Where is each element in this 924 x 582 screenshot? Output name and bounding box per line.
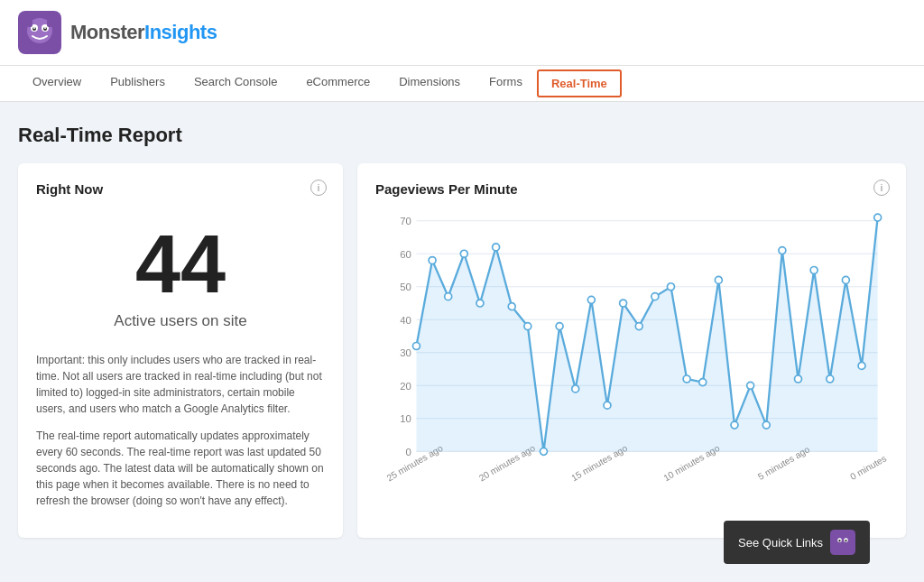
page-title: Real-Time Report bbox=[18, 124, 906, 147]
svg-point-60 bbox=[858, 362, 865, 369]
nav-dimensions[interactable]: Dimensions bbox=[384, 66, 475, 101]
svg-point-8 bbox=[33, 27, 35, 29]
svg-point-33 bbox=[429, 257, 436, 264]
svg-point-54 bbox=[762, 421, 770, 429]
svg-point-66 bbox=[845, 540, 846, 541]
main-content: Real-Time Report Right Now i 44 Active u… bbox=[0, 102, 924, 559]
svg-point-55 bbox=[779, 247, 786, 254]
active-users-number: 44 bbox=[36, 224, 325, 305]
nav-ecommerce[interactable]: eCommerce bbox=[291, 66, 384, 101]
svg-point-48 bbox=[668, 283, 675, 291]
svg-point-34 bbox=[445, 293, 452, 300]
svg-point-57 bbox=[810, 267, 818, 274]
svg-text:0: 0 bbox=[405, 447, 411, 457]
logo-icon bbox=[18, 11, 61, 54]
svg-text:70: 70 bbox=[400, 216, 411, 226]
header: MonsterInsights bbox=[0, 0, 924, 66]
nav-overview[interactable]: Overview bbox=[18, 66, 96, 101]
logo-insights: Insights bbox=[144, 21, 217, 43]
svg-text:60: 60 bbox=[400, 249, 411, 260]
svg-point-52 bbox=[731, 421, 738, 429]
pageviews-chart: 01020304050607025 minutes ago20 minutes … bbox=[375, 200, 888, 489]
logo-area: MonsterInsights bbox=[18, 11, 217, 54]
nav-forms[interactable]: Forms bbox=[475, 66, 537, 101]
right-now-title: Right Now bbox=[36, 181, 325, 197]
svg-point-49 bbox=[683, 375, 690, 383]
svg-point-61 bbox=[874, 214, 882, 221]
info-text-1: Important: this only includes users who … bbox=[36, 352, 325, 417]
svg-point-42 bbox=[572, 385, 579, 393]
svg-point-36 bbox=[476, 300, 484, 307]
navigation: Overview Publishers Search Console eComm… bbox=[0, 66, 924, 102]
svg-point-38 bbox=[508, 303, 515, 310]
quick-links-monster-icon bbox=[830, 530, 855, 555]
svg-point-58 bbox=[827, 375, 834, 383]
svg-text:30: 30 bbox=[400, 347, 411, 358]
svg-point-32 bbox=[412, 342, 420, 349]
svg-text:10: 10 bbox=[400, 413, 411, 424]
svg-rect-6 bbox=[27, 20, 32, 27]
svg-point-50 bbox=[699, 379, 707, 386]
svg-point-37 bbox=[493, 244, 500, 251]
svg-point-9 bbox=[44, 27, 46, 29]
logo-monster: Monster bbox=[70, 21, 144, 43]
active-users-label: Active users on site bbox=[36, 312, 325, 330]
quick-links-label: See Quick Links bbox=[738, 536, 823, 550]
svg-point-56 bbox=[795, 375, 802, 383]
pageviews-card: Pageviews Per Minute i 01020304050607025… bbox=[357, 163, 906, 538]
svg-rect-62 bbox=[830, 530, 855, 555]
svg-point-45 bbox=[620, 300, 627, 307]
svg-point-47 bbox=[651, 293, 659, 300]
cards-row: Right Now i 44 Active users on site Impo… bbox=[18, 163, 906, 538]
svg-text:20: 20 bbox=[400, 381, 411, 392]
quick-links-button[interactable]: See Quick Links bbox=[724, 521, 870, 559]
nav-search-console[interactable]: Search Console bbox=[180, 66, 292, 101]
nav-real-time[interactable]: Real-Time bbox=[537, 69, 622, 97]
svg-point-65 bbox=[838, 540, 840, 541]
right-now-info-icon[interactable]: i bbox=[310, 180, 327, 196]
svg-text:40: 40 bbox=[400, 315, 411, 326]
nav-publishers[interactable]: Publishers bbox=[96, 66, 180, 101]
svg-point-40 bbox=[540, 448, 547, 455]
svg-point-46 bbox=[635, 323, 642, 330]
svg-point-39 bbox=[524, 323, 531, 330]
right-now-card: Right Now i 44 Active users on site Impo… bbox=[18, 163, 343, 538]
chart-svg: 01020304050607025 minutes ago20 minutes … bbox=[375, 200, 888, 508]
svg-point-53 bbox=[747, 382, 754, 389]
info-text-2: The real-time report automatically updat… bbox=[36, 428, 325, 509]
svg-point-59 bbox=[842, 276, 849, 283]
svg-point-41 bbox=[556, 323, 563, 330]
logo-text: MonsterInsights bbox=[70, 21, 217, 44]
svg-point-51 bbox=[715, 276, 722, 283]
svg-point-44 bbox=[604, 402, 611, 409]
svg-text:50: 50 bbox=[400, 282, 411, 292]
svg-rect-7 bbox=[47, 20, 52, 27]
pageviews-title: Pageviews Per Minute bbox=[375, 181, 888, 197]
svg-point-35 bbox=[460, 250, 467, 257]
pageviews-info-icon[interactable]: i bbox=[873, 180, 890, 196]
svg-point-43 bbox=[587, 296, 595, 303]
